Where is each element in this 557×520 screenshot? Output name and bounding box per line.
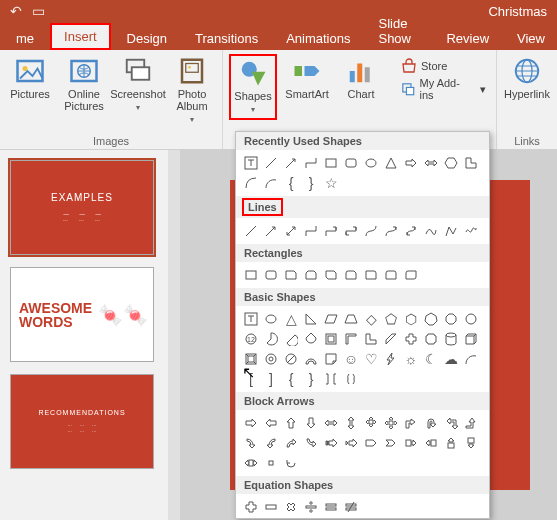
shape-arrow-uturn[interactable] [422,414,440,432]
shape-arrow-curved-r[interactable] [242,434,260,452]
shape-freeform-curve[interactable] [422,222,440,240]
shape-frame[interactable] [322,330,340,348]
photo-album-button[interactable]: Photo Album▾ [168,54,216,128]
shape-arrow-up[interactable] [282,414,300,432]
shape-heptagon[interactable] [422,310,440,328]
chart-button[interactable]: Chart [337,54,385,102]
shape-arc[interactable] [262,174,280,192]
shape-snip2diag[interactable] [322,266,340,284]
smartart-button[interactable]: SmartArt [283,54,331,102]
shape-smiley[interactable]: ☺ [342,350,360,368]
tab-slideshow[interactable]: Slide Show [366,12,430,50]
shape-arrow-leftup[interactable] [442,414,460,432]
shape-brace-l[interactable]: { [282,370,300,388]
shape-round1[interactable] [362,266,380,284]
shape-textbox[interactable] [242,310,260,328]
shape-notequal[interactable] [342,498,360,516]
slideshow-icon[interactable]: ▭ [32,3,45,19]
shape-hexagon[interactable] [442,154,460,172]
shape-cube[interactable] [462,330,480,348]
shape-curved-conn[interactable] [362,222,380,240]
shape-heart[interactable]: ♡ [362,350,380,368]
shape-arrow-callout-d[interactable] [462,434,480,452]
shape-sun[interactable]: ☼ [402,350,420,368]
my-addins-button[interactable]: My Add-ins ▾ [401,77,486,101]
shape-line[interactable] [242,222,260,240]
tab-design[interactable]: Design [115,27,179,50]
shape-brace-l[interactable]: { [282,174,300,192]
undo-icon[interactable]: ↶ [10,3,22,19]
shape-elbow[interactable] [302,222,320,240]
shape-curved-double[interactable] [402,222,420,240]
shape-arrow-right[interactable] [402,154,420,172]
shape-oval[interactable] [262,310,280,328]
shape-line[interactable] [262,154,280,172]
shape-brace-r[interactable]: } [302,370,320,388]
shape-arrow-callout-r[interactable] [402,434,420,452]
shape-rtriangle[interactable] [302,310,320,328]
slide-thumbnail[interactable]: AWESOMEWORDS 🍬🍬 [10,267,154,362]
shape-bracket-l[interactable]: [ [242,370,260,388]
online-pictures-button[interactable]: Online Pictures [60,54,108,114]
shape-trapezoid[interactable] [342,310,360,328]
shape-triangle[interactable] [382,154,400,172]
shape-cloud[interactable]: ☁ [442,350,460,368]
shape-arrow-curved-u[interactable] [282,434,300,452]
shape-parallelogram[interactable] [322,310,340,328]
tab-review[interactable]: Review [434,27,501,50]
shape-brace-r[interactable]: } [302,174,320,192]
shape-arrow-callout-u[interactable] [442,434,460,452]
screenshot-button[interactable]: Screenshot▾ [114,54,162,116]
shape-arrow-lr[interactable] [422,154,440,172]
shape-snipround[interactable] [342,266,360,284]
shape-textbox[interactable] [242,154,260,172]
shape-octagon[interactable] [442,310,460,328]
shape-halfframe[interactable] [342,330,360,348]
shape-curve[interactable] [242,174,260,192]
shape-arrow-callout-lr[interactable] [242,454,260,472]
shape-arrow-ud[interactable] [342,414,360,432]
shape-arrow-circular[interactable] [282,454,300,472]
shape-rounded-rect[interactable] [262,266,280,284]
shape-foldedcorner[interactable] [322,350,340,368]
shape-snip1[interactable] [282,266,300,284]
tab-animations[interactable]: Animations [274,27,362,50]
shape-moon[interactable]: ☾ [422,350,440,368]
shape-arc2[interactable] [462,350,480,368]
tab-home[interactable]: me [4,27,46,50]
shape-lshape[interactable] [362,330,380,348]
shape-arrow-curved-l[interactable] [262,434,280,452]
shape-multiply[interactable] [282,498,300,516]
shape-lshape[interactable] [462,154,480,172]
shape-hexagon[interactable]: ⬡ [402,310,420,328]
tab-transitions[interactable]: Transitions [183,27,270,50]
shape-round2same[interactable] [382,266,400,284]
shape-plaque[interactable] [422,330,440,348]
shape-arrow-chevron[interactable] [382,434,400,452]
shape-pie[interactable] [262,330,280,348]
shape-connector[interactable] [302,154,320,172]
shape-snip2same[interactable] [302,266,320,284]
shape-arrow-notched[interactable] [342,434,360,452]
shape-arrow-left[interactable] [262,414,280,432]
tab-insert[interactable]: Insert [50,23,111,50]
shape-round2diag[interactable] [402,266,420,284]
shape-diagstripe[interactable] [382,330,400,348]
shape-doublebracket[interactable] [322,370,340,388]
shape-arrow-curved-d[interactable] [302,434,320,452]
shape-pentagon[interactable]: ⬠ [382,310,400,328]
shape-blockarc[interactable] [302,350,320,368]
shape-donut[interactable] [262,350,280,368]
shape-arrow-striped[interactable] [322,434,340,452]
shape-scribble[interactable] [462,222,480,240]
shape-plus[interactable] [242,498,260,516]
hyperlink-button[interactable]: Hyperlink [503,54,551,102]
shape-elbow-arrow[interactable] [322,222,340,240]
shape-arrow-callout-quad[interactable] [262,454,280,472]
shape-bracket-r[interactable]: ] [262,370,280,388]
shape-decagon[interactable] [462,310,480,328]
shape-curved-arrow[interactable] [382,222,400,240]
shape-can[interactable] [442,330,460,348]
pictures-button[interactable]: Pictures [6,54,54,102]
shape-arrow-bent[interactable] [402,414,420,432]
